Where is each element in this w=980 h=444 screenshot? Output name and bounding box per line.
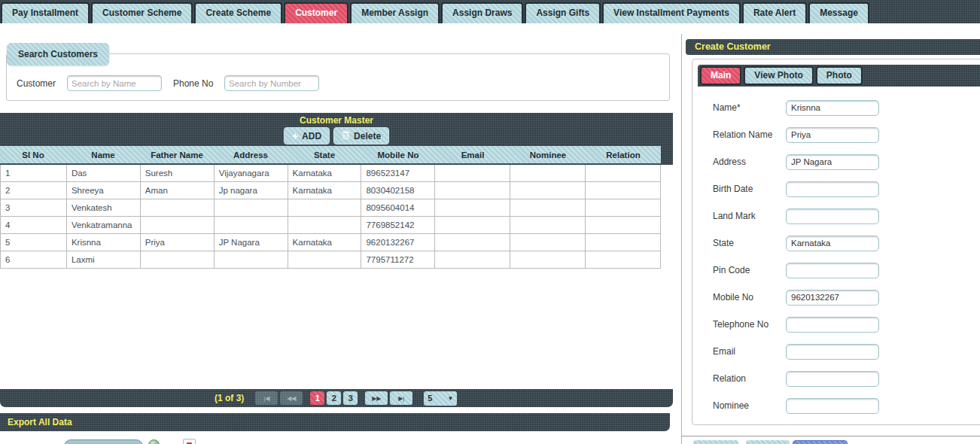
cell-slno: 1: [1, 165, 67, 181]
search-customers-fieldset: Search Customers Customer Phone No: [6, 53, 670, 101]
create-customer-panel: Main View Photo Photo Name* Relation Nam…: [692, 59, 980, 425]
tab-main[interactable]: Main: [700, 66, 741, 85]
form-row-state: State: [713, 235, 980, 251]
address-label: Address: [713, 157, 786, 167]
page-button-3[interactable]: 3: [343, 391, 358, 405]
search-customers-legend: Search Customers: [7, 43, 109, 65]
tab-assign-gifts[interactable]: Assign Gifts: [525, 2, 601, 23]
customer-search-input[interactable]: [67, 75, 162, 91]
table-row[interactable]: 2 Shreeya Aman Jp nagara Karnataka 80304…: [1, 182, 661, 199]
table-row[interactable]: 4 Venkatramanna 7769852142: [1, 217, 661, 234]
delete-button[interactable]: Delete: [333, 127, 389, 144]
cell-nominee: [510, 217, 586, 233]
reset-button-cutoff[interactable]: [746, 440, 790, 444]
table-row[interactable]: 6 Laxmi 7795711272: [1, 251, 661, 269]
relation-name-label: Relation Name: [713, 129, 786, 140]
nominee-field[interactable]: [786, 398, 879, 414]
pin-code-field[interactable]: [786, 263, 879, 278]
cell-relation: [586, 182, 661, 199]
form-row-email: Email: [713, 343, 980, 360]
cell-state: [288, 251, 362, 268]
pdf-export-icon[interactable]: [183, 439, 196, 444]
cell-state: Karnataka: [288, 234, 362, 251]
tab-create-scheme[interactable]: Create Scheme: [194, 2, 282, 23]
page-button-2[interactable]: 2: [327, 391, 341, 405]
update-button-cutoff[interactable]: [793, 440, 848, 444]
tab-customer-scheme[interactable]: Customer Scheme: [91, 2, 193, 23]
name-field[interactable]: [786, 100, 879, 116]
cell-slno: 6: [1, 251, 67, 268]
cell-relation: [586, 165, 661, 181]
pin-code-label: Pin Code: [713, 265, 786, 275]
cell-nominee: [510, 251, 586, 268]
table-row[interactable]: 3 Venkatesh 8095604014: [1, 199, 661, 217]
excel-export-icon[interactable]: [148, 439, 160, 444]
phone-search-label: Phone No: [173, 78, 215, 89]
export-all-data-header: Export All Data: [0, 413, 670, 431]
rows-per-page-dropdown[interactable]: 5 ▼: [424, 391, 457, 406]
cell-name: Shreeya: [67, 182, 141, 199]
delete-button-label: Delete: [354, 131, 381, 141]
state-field[interactable]: [786, 236, 879, 251]
cell-mobileno: 896523147: [361, 165, 435, 181]
email-field[interactable]: [786, 344, 879, 360]
telephone-no-field[interactable]: [786, 317, 879, 333]
cell-fathername: [141, 217, 215, 233]
tab-pay-installment[interactable]: Pay Installment: [1, 2, 90, 23]
relation-field[interactable]: [786, 371, 879, 387]
cell-mobileno: 7769852142: [361, 217, 435, 233]
cell-address: [215, 251, 288, 268]
cell-mobileno: 8030402158: [361, 182, 435, 199]
tab-message[interactable]: Message: [808, 2, 869, 23]
land-mark-label: Land Mark: [713, 211, 786, 221]
cell-email: [435, 165, 510, 181]
page-button-1[interactable]: 1: [310, 391, 324, 405]
mobile-no-field[interactable]: [786, 290, 879, 306]
phone-search-input[interactable]: [224, 75, 319, 91]
form-row-address: Address: [713, 154, 980, 170]
next-page-button[interactable]: ▶▶: [365, 391, 388, 405]
cell-state: Karnataka: [288, 182, 362, 199]
tab-customer[interactable]: Customer: [284, 2, 348, 23]
table-row[interactable]: 5 Krisnna Priya JP Nagara Karnataka 9620…: [1, 234, 661, 251]
telephone-no-label: Telephone No: [713, 319, 786, 330]
tab-member-assign[interactable]: Member Assign: [350, 2, 440, 23]
cell-mobileno: 9620132267: [361, 234, 435, 251]
relation-label: Relation: [713, 373, 786, 384]
tab-photo[interactable]: Photo: [816, 66, 863, 85]
birth-date-label: Birth Date: [713, 184, 786, 194]
cell-email: [435, 182, 510, 199]
land-mark-field[interactable]: [786, 208, 879, 224]
tab-rate-alert[interactable]: Rate Alert: [742, 2, 807, 23]
create-customer-title: Create Customer: [686, 39, 980, 55]
tab-view-installment-payments[interactable]: View Installment Payments: [602, 2, 741, 23]
cell-state: [288, 217, 362, 233]
birth-date-field[interactable]: [786, 181, 879, 197]
column-header-mobileno: Mobile No: [361, 146, 435, 163]
paginator-status: (1 of 3): [215, 393, 244, 403]
cell-name: Das: [67, 165, 141, 181]
main-menu-tabbar: Pay Installment Customer Scheme Create S…: [0, 0, 980, 23]
address-field[interactable]: [786, 154, 879, 170]
cell-email: [435, 251, 510, 268]
trash-icon: [342, 130, 354, 142]
cell-relation: [586, 251, 661, 268]
tab-assign-draws[interactable]: Assign Draws: [441, 2, 523, 23]
tab-view-photo[interactable]: View Photo: [744, 66, 813, 85]
cell-email: [435, 199, 510, 216]
add-button-label: ADD: [302, 131, 321, 141]
cell-relation: [586, 234, 661, 251]
relation-name-field[interactable]: [786, 127, 879, 143]
save-button-cutoff[interactable]: [693, 440, 738, 444]
add-button[interactable]: + ADD: [284, 127, 330, 144]
table-toolbar: + ADD Delete: [0, 127, 673, 144]
chevron-down-icon: ▼: [447, 395, 453, 402]
export-button[interactable]: [64, 439, 143, 444]
table-header-band: Customer Master + ADD Delete: [0, 113, 673, 165]
table-header-row: Sl No Name Father Name Address State Mob…: [0, 146, 661, 163]
cell-state: Karnataka: [288, 165, 362, 181]
table-row[interactable]: 1 Das Suresh Vijayanagara Karnataka 8965…: [1, 165, 661, 182]
cell-address: JP Nagara: [215, 234, 288, 251]
last-page-button[interactable]: ▶|: [390, 391, 412, 405]
cell-nominee: [510, 234, 586, 251]
